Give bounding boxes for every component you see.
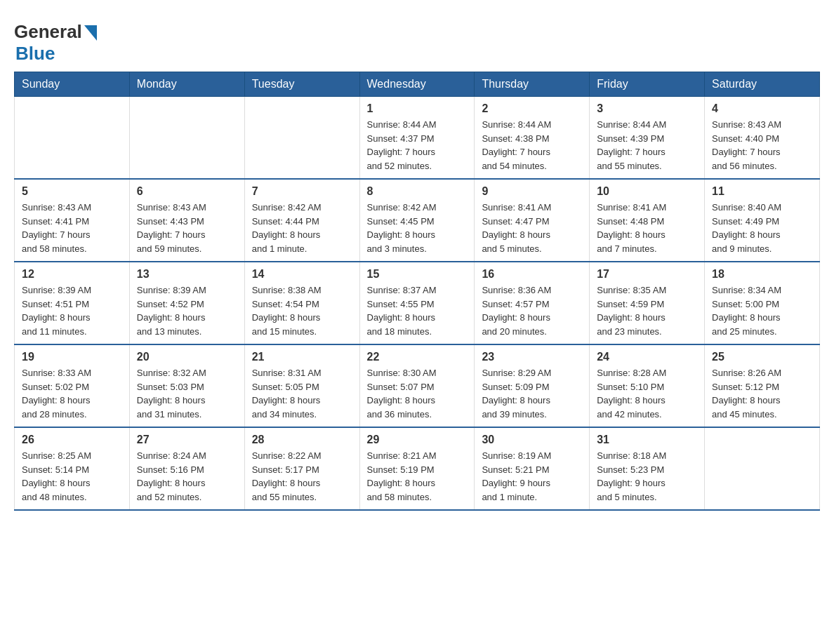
calendar-cell: 31Sunrise: 8:18 AM Sunset: 5:23 PM Dayli… — [590, 427, 705, 510]
calendar-cell: 4Sunrise: 8:43 AM Sunset: 4:40 PM Daylig… — [705, 97, 820, 180]
header: General Blue — [14, 14, 820, 65]
calendar-cell: 12Sunrise: 8:39 AM Sunset: 4:51 PM Dayli… — [15, 262, 130, 344]
calendar-cell — [705, 427, 820, 510]
calendar-cell: 11Sunrise: 8:40 AM Sunset: 4:49 PM Dayli… — [705, 179, 820, 262]
day-number: 9 — [482, 185, 582, 198]
day-header-saturday: Saturday — [705, 72, 820, 97]
day-info: Sunrise: 8:33 AM Sunset: 5:02 PM Dayligh… — [22, 366, 122, 421]
calendar-week-row: 1Sunrise: 8:44 AM Sunset: 4:37 PM Daylig… — [15, 97, 820, 180]
day-number: 6 — [137, 185, 237, 198]
calendar-cell: 1Sunrise: 8:44 AM Sunset: 4:37 PM Daylig… — [359, 97, 475, 180]
calendar-cell: 24Sunrise: 8:28 AM Sunset: 5:10 PM Dayli… — [590, 344, 705, 427]
day-number: 11 — [712, 185, 812, 198]
day-number: 3 — [597, 102, 697, 115]
calendar-cell: 5Sunrise: 8:43 AM Sunset: 4:41 PM Daylig… — [15, 179, 130, 262]
day-number: 29 — [367, 434, 468, 446]
day-info: Sunrise: 8:42 AM Sunset: 4:45 PM Dayligh… — [367, 201, 468, 255]
calendar-cell: 3Sunrise: 8:44 AM Sunset: 4:39 PM Daylig… — [590, 97, 705, 180]
day-number: 21 — [252, 351, 352, 363]
day-info: Sunrise: 8:31 AM Sunset: 5:05 PM Dayligh… — [252, 366, 352, 421]
day-info: Sunrise: 8:44 AM Sunset: 4:38 PM Dayligh… — [482, 118, 582, 173]
day-info: Sunrise: 8:39 AM Sunset: 4:51 PM Dayligh… — [22, 283, 122, 338]
day-number: 8 — [367, 185, 468, 198]
day-number: 19 — [22, 351, 122, 363]
day-info: Sunrise: 8:38 AM Sunset: 4:54 PM Dayligh… — [252, 283, 352, 338]
day-info: Sunrise: 8:26 AM Sunset: 5:12 PM Dayligh… — [712, 366, 812, 421]
calendar-cell: 25Sunrise: 8:26 AM Sunset: 5:12 PM Dayli… — [705, 344, 820, 427]
day-info: Sunrise: 8:39 AM Sunset: 4:52 PM Dayligh… — [137, 283, 237, 338]
day-info: Sunrise: 8:36 AM Sunset: 4:57 PM Dayligh… — [482, 283, 582, 338]
day-number: 30 — [482, 434, 582, 446]
day-info: Sunrise: 8:29 AM Sunset: 5:09 PM Dayligh… — [482, 366, 582, 421]
day-info: Sunrise: 8:44 AM Sunset: 4:39 PM Dayligh… — [597, 118, 697, 173]
day-info: Sunrise: 8:37 AM Sunset: 4:55 PM Dayligh… — [367, 283, 468, 338]
day-number: 24 — [597, 351, 697, 363]
day-header-thursday: Thursday — [475, 72, 590, 97]
day-info: Sunrise: 8:30 AM Sunset: 5:07 PM Dayligh… — [367, 366, 468, 421]
calendar-cell: 29Sunrise: 8:21 AM Sunset: 5:19 PM Dayli… — [359, 427, 475, 510]
calendar-cell: 20Sunrise: 8:32 AM Sunset: 5:03 PM Dayli… — [129, 344, 244, 427]
calendar-header-row: SundayMondayTuesdayWednesdayThursdayFrid… — [15, 72, 820, 97]
calendar-cell: 13Sunrise: 8:39 AM Sunset: 4:52 PM Dayli… — [129, 262, 244, 344]
calendar-cell: 6Sunrise: 8:43 AM Sunset: 4:43 PM Daylig… — [129, 179, 244, 262]
calendar-week-row: 12Sunrise: 8:39 AM Sunset: 4:51 PM Dayli… — [15, 262, 820, 344]
day-number: 18 — [712, 268, 812, 281]
day-info: Sunrise: 8:40 AM Sunset: 4:49 PM Dayligh… — [712, 201, 812, 255]
day-number: 31 — [597, 434, 697, 446]
day-number: 23 — [482, 351, 582, 363]
day-number: 13 — [137, 268, 237, 281]
calendar-cell: 8Sunrise: 8:42 AM Sunset: 4:45 PM Daylig… — [359, 179, 475, 262]
day-info: Sunrise: 8:32 AM Sunset: 5:03 PM Dayligh… — [137, 366, 237, 421]
svg-marker-0 — [84, 25, 97, 41]
day-header-sunday: Sunday — [15, 72, 130, 97]
day-info: Sunrise: 8:28 AM Sunset: 5:10 PM Dayligh… — [597, 366, 697, 421]
calendar-cell: 23Sunrise: 8:29 AM Sunset: 5:09 PM Dayli… — [475, 344, 590, 427]
logo: General Blue — [14, 21, 97, 65]
day-info: Sunrise: 8:21 AM Sunset: 5:19 PM Dayligh… — [367, 449, 468, 504]
calendar-cell: 19Sunrise: 8:33 AM Sunset: 5:02 PM Dayli… — [15, 344, 130, 427]
calendar-cell: 2Sunrise: 8:44 AM Sunset: 4:38 PM Daylig… — [475, 97, 590, 180]
calendar-cell: 16Sunrise: 8:36 AM Sunset: 4:57 PM Dayli… — [475, 262, 590, 344]
day-number: 26 — [22, 434, 122, 446]
calendar-cell: 17Sunrise: 8:35 AM Sunset: 4:59 PM Dayli… — [590, 262, 705, 344]
day-header-tuesday: Tuesday — [244, 72, 359, 97]
calendar-cell: 28Sunrise: 8:22 AM Sunset: 5:17 PM Dayli… — [244, 427, 359, 510]
day-number: 12 — [22, 268, 122, 281]
day-info: Sunrise: 8:25 AM Sunset: 5:14 PM Dayligh… — [22, 449, 122, 504]
calendar-cell: 21Sunrise: 8:31 AM Sunset: 5:05 PM Dayli… — [244, 344, 359, 427]
calendar-cell: 7Sunrise: 8:42 AM Sunset: 4:44 PM Daylig… — [244, 179, 359, 262]
day-number: 27 — [137, 434, 237, 446]
day-number: 15 — [367, 268, 468, 281]
day-number: 28 — [252, 434, 352, 446]
day-number: 1 — [367, 102, 468, 115]
calendar-cell: 14Sunrise: 8:38 AM Sunset: 4:54 PM Dayli… — [244, 262, 359, 344]
day-info: Sunrise: 8:34 AM Sunset: 5:00 PM Dayligh… — [712, 283, 812, 338]
day-number: 7 — [252, 185, 352, 198]
day-info: Sunrise: 8:22 AM Sunset: 5:17 PM Dayligh… — [252, 449, 352, 504]
day-info: Sunrise: 8:41 AM Sunset: 4:48 PM Dayligh… — [597, 201, 697, 255]
day-number: 17 — [597, 268, 697, 281]
day-info: Sunrise: 8:42 AM Sunset: 4:44 PM Dayligh… — [252, 201, 352, 255]
day-info: Sunrise: 8:18 AM Sunset: 5:23 PM Dayligh… — [597, 449, 697, 504]
calendar-cell — [244, 97, 359, 180]
day-header-wednesday: Wednesday — [359, 72, 475, 97]
day-info: Sunrise: 8:43 AM Sunset: 4:40 PM Dayligh… — [712, 118, 812, 173]
calendar-table: SundayMondayTuesdayWednesdayThursdayFrid… — [14, 72, 820, 511]
day-number: 25 — [712, 351, 812, 363]
calendar-week-row: 5Sunrise: 8:43 AM Sunset: 4:41 PM Daylig… — [15, 179, 820, 262]
day-info: Sunrise: 8:41 AM Sunset: 4:47 PM Dayligh… — [482, 201, 582, 255]
calendar-cell: 9Sunrise: 8:41 AM Sunset: 4:47 PM Daylig… — [475, 179, 590, 262]
calendar-cell: 18Sunrise: 8:34 AM Sunset: 5:00 PM Dayli… — [705, 262, 820, 344]
day-number: 22 — [367, 351, 468, 363]
calendar-cell: 10Sunrise: 8:41 AM Sunset: 4:48 PM Dayli… — [590, 179, 705, 262]
logo-triangle-icon — [84, 25, 97, 41]
logo-general-text: General — [14, 21, 82, 43]
calendar-week-row: 19Sunrise: 8:33 AM Sunset: 5:02 PM Dayli… — [15, 344, 820, 427]
calendar-cell: 22Sunrise: 8:30 AM Sunset: 5:07 PM Dayli… — [359, 344, 475, 427]
calendar-cell: 30Sunrise: 8:19 AM Sunset: 5:21 PM Dayli… — [475, 427, 590, 510]
day-number: 5 — [22, 185, 122, 198]
calendar-cell: 26Sunrise: 8:25 AM Sunset: 5:14 PM Dayli… — [15, 427, 130, 510]
day-number: 20 — [137, 351, 237, 363]
logo-blue-text: Blue — [15, 43, 55, 64]
day-header-friday: Friday — [590, 72, 705, 97]
